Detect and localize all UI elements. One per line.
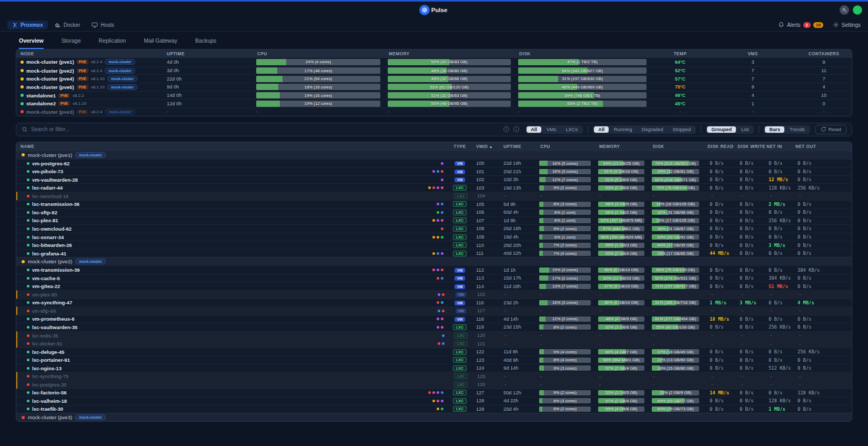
tab-overview[interactable]: Overview bbox=[19, 36, 44, 49]
guest-type-badge: LXC bbox=[453, 185, 467, 191]
guest-row[interactable]: lxc-nginx-13LXC1249d 14h9% (3 cores)57% … bbox=[16, 364, 852, 372]
guest-row[interactable]: vm-transmission-39VM1121d 1h19% (3 cores… bbox=[16, 265, 852, 274]
connection-status-indicator[interactable] bbox=[853, 6, 862, 14]
node-row[interactable]: mock-cluster (pve1)PVEv8.2.4mock-cluster… bbox=[16, 58, 852, 66]
guest-row[interactable]: lxc-syncthing-75LXC125-------- bbox=[16, 372, 852, 380]
guest-table-header: NAMETYPEVMID▲UPTIMECPUMEMORYDISKDISK REA… bbox=[16, 142, 852, 151]
guest-name-cell: lxc-transmission-36 bbox=[16, 201, 448, 207]
guest-row[interactable]: lxc-traefik-30LXC12925d 4h6% (2 cores)55… bbox=[16, 405, 852, 413]
search-input[interactable] bbox=[31, 126, 501, 132]
layout-filter-option-grouped[interactable]: Grouped bbox=[707, 126, 736, 133]
node-row[interactable]: mock-cluster (pve2)PVEv8.2.4mock-cluster… bbox=[16, 66, 852, 75]
tab-storage[interactable]: Storage bbox=[62, 36, 81, 49]
node-row[interactable]: mock-cluster (pve3)PVEv8.2.4mock-cluster… bbox=[16, 107, 852, 116]
node-row[interactable]: standalone2PVEv8.1.1012d 0h19% (12 cores… bbox=[16, 99, 852, 107]
guest-row[interactable]: vm-gitea-22VM11411d 18h13% (7 cores)47% … bbox=[16, 282, 852, 290]
guest-row[interactable]: vm-sftp-84VM117-------- bbox=[16, 306, 852, 315]
settings-button[interactable]: Settings bbox=[833, 22, 861, 28]
guest-row[interactable]: vm-vaultwarden-28VM10210d 3h12% (7 cores… bbox=[16, 175, 852, 184]
tab-replication[interactable]: Replication bbox=[98, 36, 126, 49]
node-row[interactable]: standalone1PVEv8.2.214d 0h19% (16 cores)… bbox=[16, 91, 852, 100]
guest-row[interactable]: vm-postgres-62VM10022d 19h16% (5 cores)5… bbox=[16, 159, 852, 167]
guest-disk: 32% (31 GB/98 GB) bbox=[649, 210, 703, 215]
nav-tab-hosts[interactable]: Hosts bbox=[87, 21, 119, 29]
guest-type-cell: LXC bbox=[448, 210, 472, 215]
status-filter-option-running[interactable]: Running bbox=[610, 126, 637, 133]
guest-row[interactable]: lxc-transmission-36LXC1055d 9h8% (3 core… bbox=[16, 200, 852, 209]
docker-icon bbox=[55, 22, 61, 28]
guest-disk: 22% (13 GB/60 GB) bbox=[649, 358, 703, 363]
guest-group-header[interactable]: mock-cluster (pve2)mock-cluster bbox=[16, 257, 852, 265]
layout-filter-option-list[interactable]: List bbox=[737, 126, 753, 133]
guest-name-cell: vm-prometheus-6 bbox=[16, 316, 448, 322]
guest-memory-label: 55% (4 GB/8 GB) bbox=[598, 407, 644, 412]
guest-row[interactable]: lxc-valheim-18LXC1284d 22h6% (3 cores)57… bbox=[16, 397, 852, 405]
tab-mail-gateway[interactable]: Mail Gateway bbox=[144, 36, 177, 49]
guest-group-header[interactable]: mock-cluster (pve3)mock-cluster bbox=[16, 413, 852, 421]
pve-badge: PVE bbox=[77, 85, 88, 90]
guest-type-filter-option-lxcs[interactable]: LXCs bbox=[561, 126, 582, 133]
guest-name-cell: lxc-portainer-91 bbox=[16, 357, 448, 363]
node-memory-label: 48% (38 GB/80 GB) bbox=[388, 67, 511, 74]
nav-tab-docker[interactable]: Docker bbox=[50, 21, 85, 29]
guest-cpu-bar: 8% (2 cores) bbox=[539, 324, 591, 330]
guest-row[interactable]: lxc-deluge-45LXC12211d 8h9% (4 cores)60%… bbox=[16, 348, 852, 356]
display-filter-option-trends[interactable]: Trends bbox=[785, 126, 809, 133]
guest-row[interactable]: vm-syncthing-47VM11623d 2h16% (3 cores)4… bbox=[16, 299, 852, 307]
logout-button[interactable] bbox=[840, 5, 849, 15]
guest-cpu-label: 17% (2 cores) bbox=[539, 275, 591, 281]
guest-row[interactable]: lxc-redis-35LXC120-------- bbox=[16, 331, 852, 340]
info-icon[interactable] bbox=[511, 126, 521, 133]
guest-name-cell: lxc-factorio-56 bbox=[16, 390, 448, 395]
guest-row[interactable]: lxc-docker-91LXC121-------- bbox=[16, 339, 852, 348]
guest-row[interactable]: vm-plex-80VM115-------- bbox=[16, 290, 852, 299]
tab-backups[interactable]: Backups bbox=[195, 36, 216, 49]
display-filter-option-bars[interactable]: Bars bbox=[765, 126, 784, 133]
guest-name-cell: lxc-syncthing-75 bbox=[17, 373, 449, 379]
guest-row[interactable]: vm-pihole-73VM10120d 21h16% (3 cores)51%… bbox=[16, 167, 852, 175]
guest-row[interactable]: lxc-plex-81LXC1071d 9h8% (1 core)52% (45… bbox=[16, 216, 852, 225]
guest-row[interactable]: vm-cache-5VM11315d 17h17% (2 cores)52% (… bbox=[16, 274, 852, 282]
guest-row[interactable]: lxc-sftp-92LXC10660d 4h8% (1 core)56% (1… bbox=[16, 208, 852, 216]
status-filter-option-degraded[interactable]: Degraded bbox=[638, 126, 668, 133]
status-filter-option-all[interactable]: All bbox=[594, 126, 609, 133]
guest-disk-bar: 51% (365 GB/716 GB) bbox=[652, 300, 699, 305]
guest-memory-bar: 51% (9 GB/18 GB) bbox=[598, 169, 644, 174]
guest-row[interactable]: lxc-grafana-41LXC11140d 22h7% (4 cores)5… bbox=[16, 249, 852, 257]
empty-value: - bbox=[500, 292, 537, 297]
nav-tab-proxmox[interactable]: Proxmox bbox=[7, 21, 48, 29]
node-row[interactable]: mock-cluster (pve5)PVEv8.1.10mock-cluste… bbox=[16, 83, 852, 91]
guest-row[interactable]: lxc-bitwarden-26LXC11028d 20h7% (2 cores… bbox=[16, 241, 852, 249]
guest-memory: 57% (2 GB/4 GB) bbox=[595, 365, 649, 371]
history-icon[interactable] bbox=[501, 126, 511, 133]
guest-row[interactable]: lxc-vaultwarden-35LXC11923d 15h8% (2 cor… bbox=[16, 323, 852, 331]
guest-type-badge: LXC bbox=[453, 242, 467, 248]
reset-button[interactable]: Reset bbox=[815, 125, 846, 134]
guest-row[interactable]: lxc-radarr-44LXC10319d 13h9% (2 cores)53… bbox=[16, 183, 852, 192]
node-name: mock-cluster (pve2) bbox=[26, 68, 74, 74]
node-row[interactable]: mock-cluster (pve4)PVEv8.1.10mock-cluste… bbox=[16, 74, 852, 83]
guest-row[interactable]: lxc-sonarr-34LXC10919d 4h6% (1 core)56% … bbox=[16, 233, 852, 241]
guest-row[interactable]: vm-prometheus-6VM1184d 14h12% (2 cores)4… bbox=[16, 315, 852, 323]
guest-cpu-bar: 6% (3 cores) bbox=[539, 398, 591, 403]
guest-row[interactable]: lxc-postgres-30LXC126-------- bbox=[16, 380, 852, 389]
guest-row[interactable]: lxc-factorio-56LXC12750d 12h9% (2 cores)… bbox=[16, 389, 852, 397]
guest-type-filter-option-vms[interactable]: VMs bbox=[542, 126, 561, 133]
guest-row[interactable]: lxc-owncloud-62LXC10826d 18h9% (2 cores)… bbox=[16, 224, 852, 233]
cluster-badge: mock-cluster bbox=[105, 109, 135, 115]
guest-net-in: 0 B/s bbox=[762, 251, 791, 256]
guest-group-header[interactable]: mock-cluster (pve1)mock-cluster bbox=[16, 151, 852, 159]
app-title: Pulse bbox=[431, 7, 448, 13]
guest-cpu-bar: 9% (2 cores) bbox=[539, 226, 591, 231]
guest-disk-write: 0 B/s bbox=[733, 390, 762, 395]
guest-cpu: 6% (1 core) bbox=[536, 234, 595, 240]
guest-row[interactable]: lxc-owncloud-16LXC104-------- bbox=[16, 192, 852, 200]
empty-value: - bbox=[537, 382, 596, 387]
guest-net-out: 0 B/s bbox=[791, 251, 852, 256]
guest-disk-read: 0 B/s bbox=[703, 275, 733, 281]
guest-row[interactable]: lxc-portainer-91LXC12340d 9h8% (4 cores)… bbox=[16, 355, 852, 364]
status-filter-option-stopped[interactable]: Stopped bbox=[669, 126, 695, 133]
alerts-button[interactable]: Alerts 2 19 bbox=[778, 22, 823, 28]
guest-type-filter-option-all[interactable]: All bbox=[527, 126, 541, 133]
guest-cpu-bar: 8% (1 core) bbox=[539, 218, 591, 223]
